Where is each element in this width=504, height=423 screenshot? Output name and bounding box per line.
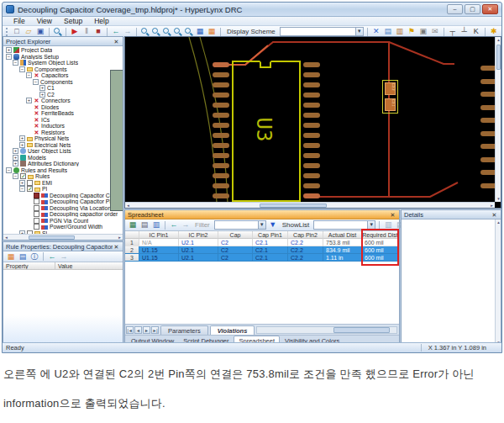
probe-up-icon[interactable]: ┬ [448,27,458,37]
ss-columns-icon[interactable]: ▥ [383,220,393,230]
tree-item-emi[interactable]: +EMI [3,180,123,187]
cell-actual_dist[interactable]: 753.8 mil [323,239,362,246]
cell-cap_pin1[interactable]: C2.1 [253,239,288,246]
save-icon[interactable]: ▣ [35,27,45,37]
collapse-icon[interactable]: − [6,167,12,173]
chip-u3[interactable]: U3 [232,61,301,202]
details-close-icon[interactable]: ✕ [491,211,498,219]
ss-forward-icon[interactable]: → [181,220,191,230]
ss-copy-icon[interactable]: ▥ [151,220,161,230]
rule-checkbox[interactable] [20,173,26,179]
rp-sort-icon[interactable]: ▤ [18,251,28,262]
expand-icon[interactable]: + [6,47,12,53]
tree-item-rules[interactable]: −Rules [3,173,123,180]
forward-icon[interactable]: → [123,27,133,37]
ss-export-icon[interactable]: ▦ [128,220,138,230]
cell-cap[interactable]: C2 [218,246,253,254]
menu-view[interactable]: View [31,17,58,25]
snapshot-icon[interactable]: ▣ [418,27,428,37]
filter-combobox[interactable]: ▼ [214,220,266,230]
pcb-view[interactable]: U3 C2.2 C2.1 ▲ ▼ ◄ ► [124,36,501,209]
tree-item-inductors[interactable]: ✕Inductors [3,123,123,130]
menu-setup[interactable]: Setup [58,17,88,25]
cell-ic_pin2[interactable]: U2.1 [179,254,218,262]
column-header-cap-pin2[interactable]: Cap Pin2 [288,231,323,239]
rule-checkbox[interactable] [34,211,39,217]
cell-link-cap[interactable]: C2 [221,255,228,261]
tab-violations[interactable]: Violations [210,325,255,335]
maximize-button[interactable]: ▢ [465,4,480,14]
tree-item-c2[interactable]: +C2 [3,92,123,98]
paste-icon[interactable]: ▥ [395,27,405,37]
cell-link-cap_pin2[interactable]: C2.2 [291,255,303,261]
cell-actual_dist[interactable]: 1.11 in [323,254,362,262]
collapse-icon[interactable]: − [13,60,18,66]
tree-item-analysis-setup[interactable]: −Analysis Setup [3,54,123,61]
rp-info-icon[interactable]: ⓘ [29,251,39,262]
new-file-icon[interactable]: □ [12,27,22,37]
collapse-icon[interactable]: − [13,173,18,179]
zoom-fit-icon[interactable] [174,28,180,34]
cell-cap[interactable]: C2 [218,254,253,262]
cell-ic_pin2[interactable]: U2.1 [179,239,218,246]
select-k-icon[interactable]: K [471,27,481,37]
rule-properties-close-icon[interactable]: ✕ [113,243,120,251]
cell-cap_pin2[interactable]: C2.2 [288,254,323,262]
violation-row-1[interactable]: 1N/AU2.1C2C2.1C2.2753.8 mil600 mil [125,239,399,246]
close-x-icon[interactable]: ✕ [371,27,381,37]
tree-item-decoupling-capacitor-placem[interactable]: Decoupling Capacitor Placem [3,198,123,205]
cell-ic_pin1[interactable]: U1.15 [139,246,179,254]
rp-forward-icon[interactable]: → [59,251,69,262]
ss-back-icon[interactable]: ← [169,220,179,230]
spreadsheet-close-icon[interactable]: ✕ [389,211,396,219]
details-vscrollbar[interactable]: ▲ ▼ [495,219,501,346]
tab-parameters[interactable]: Parameters [160,325,208,335]
board-view-icon[interactable]: ▦ [195,27,205,37]
tree-item-models[interactable]: +Models [3,155,123,161]
cell-cap_pin2[interactable]: C2.2 [288,239,323,246]
cell-link-cap_pin2[interactable]: C2.2 [291,240,303,246]
cell-link-cap[interactable]: C2 [221,247,228,253]
tree-item-attributes-dictionary[interactable]: +Attributes Dictionary [3,161,123,167]
mail-icon[interactable]: ✉ [430,27,440,37]
expand-icon[interactable]: + [19,135,25,141]
rule-checkbox[interactable] [27,186,33,192]
cell-required_dist[interactable]: 600 mil [362,239,399,246]
column-header-actual-dist[interactable]: Actual Dist [323,231,362,239]
tab-next-icon[interactable]: ► [143,326,150,334]
pcb-canvas[interactable]: U3 C2.2 C2.1 [125,37,495,202]
funnel-icon[interactable]: ▼ [268,220,278,230]
probe-down-icon[interactable]: ┴ [459,27,470,37]
tree-item-c1[interactable]: +C1 [3,85,123,92]
tree-item-system-object-lists[interactable]: −System Object Lists [3,60,123,66]
cell-cap[interactable]: C2 [218,239,253,246]
collapse-icon[interactable]: − [6,54,12,60]
cell-actual_dist[interactable]: 834.9 mil [323,246,362,254]
expand-icon[interactable]: + [19,142,25,148]
rule-checkbox[interactable] [27,180,33,186]
tree-item-project-data[interactable]: +Project Data [3,47,123,54]
expand-icon[interactable]: + [39,85,45,91]
column-header-cap[interactable]: Cap [218,231,253,239]
cell-link-cap_pin2[interactable]: C2.2 [291,247,303,253]
rule-checkbox[interactable] [34,198,39,204]
rule-checkbox[interactable] [34,193,39,198]
back-icon[interactable]: ← [111,27,121,37]
collapse-icon[interactable]: − [19,66,25,72]
expand-icon[interactable]: + [26,98,32,103]
tree-item-ferritebeads[interactable]: ✕FerriteBeads [3,110,123,117]
stop-icon[interactable]: ■ [93,27,103,37]
collapse-icon[interactable]: − [26,72,32,78]
rule-checkbox[interactable] [34,218,39,224]
menu-help[interactable]: Help [88,17,114,25]
cell-link-cap[interactable]: C2 [221,240,228,246]
tab-prev-icon[interactable]: ◄ [134,326,142,334]
tab-first-icon[interactable]: |◄ [126,326,134,334]
zoom-window-icon[interactable] [163,28,169,34]
capacitor-c2[interactable]: C2.2 C2.1 [382,80,398,114]
rp-grid-icon[interactable]: ▦ [6,251,16,262]
grid-hscrollbar[interactable] [256,326,397,334]
star-icon[interactable]: ✱ [489,27,499,37]
collapse-icon[interactable]: − [19,186,25,192]
minimize-button[interactable]: – [447,4,463,14]
